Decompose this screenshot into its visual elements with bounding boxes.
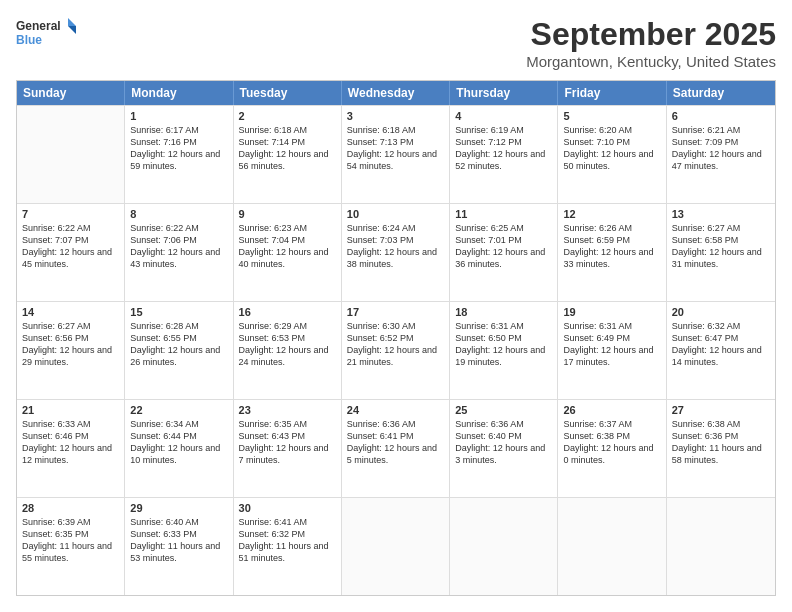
sunrise-text: Sunrise: 6:28 AMSunset: 6:55 PMDaylight:… xyxy=(130,320,227,369)
cal-cell-0-6: 6Sunrise: 6:21 AMSunset: 7:09 PMDaylight… xyxy=(667,106,775,203)
day-number: 26 xyxy=(563,404,660,416)
sunrise-text: Sunrise: 6:33 AMSunset: 6:46 PMDaylight:… xyxy=(22,418,119,467)
cal-row-3: 14Sunrise: 6:27 AMSunset: 6:56 PMDayligh… xyxy=(17,301,775,399)
header-wednesday: Wednesday xyxy=(342,81,450,105)
sunrise-text: Sunrise: 6:34 AMSunset: 6:44 PMDaylight:… xyxy=(130,418,227,467)
day-number: 19 xyxy=(563,306,660,318)
cal-cell-0-1: 1Sunrise: 6:17 AMSunset: 7:16 PMDaylight… xyxy=(125,106,233,203)
sunrise-text: Sunrise: 6:24 AMSunset: 7:03 PMDaylight:… xyxy=(347,222,444,271)
cal-cell-2-4: 18Sunrise: 6:31 AMSunset: 6:50 PMDayligh… xyxy=(450,302,558,399)
cal-cell-1-0: 7Sunrise: 6:22 AMSunset: 7:07 PMDaylight… xyxy=(17,204,125,301)
calendar-header: Sunday Monday Tuesday Wednesday Thursday… xyxy=(17,81,775,105)
day-number: 18 xyxy=(455,306,552,318)
cal-row-2: 7Sunrise: 6:22 AMSunset: 7:07 PMDaylight… xyxy=(17,203,775,301)
day-number: 3 xyxy=(347,110,444,122)
day-number: 27 xyxy=(672,404,770,416)
day-number: 8 xyxy=(130,208,227,220)
sunrise-text: Sunrise: 6:31 AMSunset: 6:50 PMDaylight:… xyxy=(455,320,552,369)
header-saturday: Saturday xyxy=(667,81,775,105)
sunrise-text: Sunrise: 6:22 AMSunset: 7:06 PMDaylight:… xyxy=(130,222,227,271)
day-number: 24 xyxy=(347,404,444,416)
sunrise-text: Sunrise: 6:25 AMSunset: 7:01 PMDaylight:… xyxy=(455,222,552,271)
cal-cell-2-1: 15Sunrise: 6:28 AMSunset: 6:55 PMDayligh… xyxy=(125,302,233,399)
cal-cell-4-2: 30Sunrise: 6:41 AMSunset: 6:32 PMDayligh… xyxy=(234,498,342,595)
cal-row-4: 21Sunrise: 6:33 AMSunset: 6:46 PMDayligh… xyxy=(17,399,775,497)
day-number: 20 xyxy=(672,306,770,318)
day-number: 29 xyxy=(130,502,227,514)
cal-cell-1-3: 10Sunrise: 6:24 AMSunset: 7:03 PMDayligh… xyxy=(342,204,450,301)
header-thursday: Thursday xyxy=(450,81,558,105)
sunrise-text: Sunrise: 6:36 AMSunset: 6:41 PMDaylight:… xyxy=(347,418,444,467)
day-number: 5 xyxy=(563,110,660,122)
cal-cell-3-2: 23Sunrise: 6:35 AMSunset: 6:43 PMDayligh… xyxy=(234,400,342,497)
day-number: 7 xyxy=(22,208,119,220)
day-number: 11 xyxy=(455,208,552,220)
sunrise-text: Sunrise: 6:30 AMSunset: 6:52 PMDaylight:… xyxy=(347,320,444,369)
day-number: 15 xyxy=(130,306,227,318)
cal-cell-1-5: 12Sunrise: 6:26 AMSunset: 6:59 PMDayligh… xyxy=(558,204,666,301)
cal-cell-0-4: 4Sunrise: 6:19 AMSunset: 7:12 PMDaylight… xyxy=(450,106,558,203)
cal-cell-0-2: 2Sunrise: 6:18 AMSunset: 7:14 PMDaylight… xyxy=(234,106,342,203)
sunrise-text: Sunrise: 6:32 AMSunset: 6:47 PMDaylight:… xyxy=(672,320,770,369)
cal-cell-3-5: 26Sunrise: 6:37 AMSunset: 6:38 PMDayligh… xyxy=(558,400,666,497)
cal-cell-3-6: 27Sunrise: 6:38 AMSunset: 6:36 PMDayligh… xyxy=(667,400,775,497)
day-number: 21 xyxy=(22,404,119,416)
cal-cell-3-4: 25Sunrise: 6:36 AMSunset: 6:40 PMDayligh… xyxy=(450,400,558,497)
day-number: 16 xyxy=(239,306,336,318)
sunrise-text: Sunrise: 6:37 AMSunset: 6:38 PMDaylight:… xyxy=(563,418,660,467)
header-friday: Friday xyxy=(558,81,666,105)
cal-cell-1-2: 9Sunrise: 6:23 AMSunset: 7:04 PMDaylight… xyxy=(234,204,342,301)
sunrise-text: Sunrise: 6:21 AMSunset: 7:09 PMDaylight:… xyxy=(672,124,770,173)
sunrise-text: Sunrise: 6:39 AMSunset: 6:35 PMDaylight:… xyxy=(22,516,119,565)
day-number: 10 xyxy=(347,208,444,220)
header-sunday: Sunday xyxy=(17,81,125,105)
day-number: 30 xyxy=(239,502,336,514)
sunrise-text: Sunrise: 6:17 AMSunset: 7:16 PMDaylight:… xyxy=(130,124,227,173)
title-location: Morgantown, Kentucky, United States xyxy=(526,53,776,70)
sunrise-text: Sunrise: 6:20 AMSunset: 7:10 PMDaylight:… xyxy=(563,124,660,173)
cal-cell-3-0: 21Sunrise: 6:33 AMSunset: 6:46 PMDayligh… xyxy=(17,400,125,497)
day-number: 13 xyxy=(672,208,770,220)
cal-cell-4-1: 29Sunrise: 6:40 AMSunset: 6:33 PMDayligh… xyxy=(125,498,233,595)
cal-cell-0-0 xyxy=(17,106,125,203)
svg-marker-3 xyxy=(68,26,76,34)
day-number: 25 xyxy=(455,404,552,416)
day-number: 6 xyxy=(672,110,770,122)
sunrise-text: Sunrise: 6:26 AMSunset: 6:59 PMDaylight:… xyxy=(563,222,660,271)
cal-cell-4-3 xyxy=(342,498,450,595)
svg-text:General: General xyxy=(16,19,61,33)
day-number: 12 xyxy=(563,208,660,220)
cal-cell-2-5: 19Sunrise: 6:31 AMSunset: 6:49 PMDayligh… xyxy=(558,302,666,399)
cal-cell-0-5: 5Sunrise: 6:20 AMSunset: 7:10 PMDaylight… xyxy=(558,106,666,203)
sunrise-text: Sunrise: 6:41 AMSunset: 6:32 PMDaylight:… xyxy=(239,516,336,565)
sunrise-text: Sunrise: 6:29 AMSunset: 6:53 PMDaylight:… xyxy=(239,320,336,369)
header-monday: Monday xyxy=(125,81,233,105)
page: General Blue September 2025 Morgantown, … xyxy=(0,0,792,612)
sunrise-text: Sunrise: 6:18 AMSunset: 7:13 PMDaylight:… xyxy=(347,124,444,173)
cal-cell-4-0: 28Sunrise: 6:39 AMSunset: 6:35 PMDayligh… xyxy=(17,498,125,595)
sunrise-text: Sunrise: 6:27 AMSunset: 6:58 PMDaylight:… xyxy=(672,222,770,271)
cal-cell-1-6: 13Sunrise: 6:27 AMSunset: 6:58 PMDayligh… xyxy=(667,204,775,301)
sunrise-text: Sunrise: 6:31 AMSunset: 6:49 PMDaylight:… xyxy=(563,320,660,369)
calendar: Sunday Monday Tuesday Wednesday Thursday… xyxy=(16,80,776,596)
day-number: 28 xyxy=(22,502,119,514)
cal-cell-4-6 xyxy=(667,498,775,595)
cal-cell-1-4: 11Sunrise: 6:25 AMSunset: 7:01 PMDayligh… xyxy=(450,204,558,301)
cal-cell-4-4 xyxy=(450,498,558,595)
cal-cell-1-1: 8Sunrise: 6:22 AMSunset: 7:06 PMDaylight… xyxy=(125,204,233,301)
sunrise-text: Sunrise: 6:38 AMSunset: 6:36 PMDaylight:… xyxy=(672,418,770,467)
title-block: September 2025 Morgantown, Kentucky, Uni… xyxy=(526,16,776,70)
svg-marker-2 xyxy=(68,18,76,26)
svg-text:Blue: Blue xyxy=(16,33,42,47)
sunrise-text: Sunrise: 6:23 AMSunset: 7:04 PMDaylight:… xyxy=(239,222,336,271)
day-number: 23 xyxy=(239,404,336,416)
day-number: 22 xyxy=(130,404,227,416)
day-number: 2 xyxy=(239,110,336,122)
cal-cell-2-3: 17Sunrise: 6:30 AMSunset: 6:52 PMDayligh… xyxy=(342,302,450,399)
day-number: 9 xyxy=(239,208,336,220)
sunrise-text: Sunrise: 6:35 AMSunset: 6:43 PMDaylight:… xyxy=(239,418,336,467)
sunrise-text: Sunrise: 6:40 AMSunset: 6:33 PMDaylight:… xyxy=(130,516,227,565)
cal-row-1: 1Sunrise: 6:17 AMSunset: 7:16 PMDaylight… xyxy=(17,105,775,203)
cal-cell-4-5 xyxy=(558,498,666,595)
sunrise-text: Sunrise: 6:19 AMSunset: 7:12 PMDaylight:… xyxy=(455,124,552,173)
